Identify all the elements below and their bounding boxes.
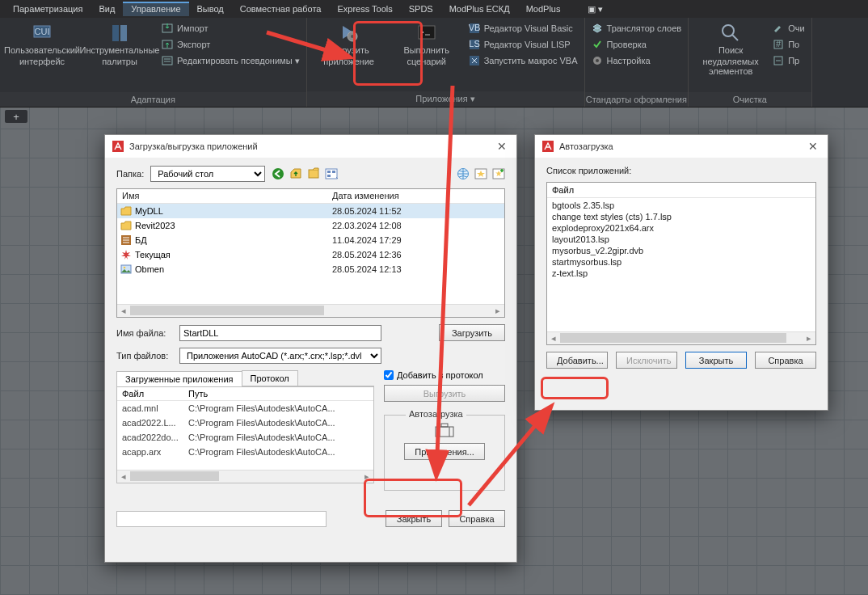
menu-параметризация[interactable]: Параметризация <box>5 2 91 16</box>
menu-совместная работа[interactable]: Совместная работа <box>232 2 330 16</box>
tab-log[interactable]: Протокол <box>242 370 298 386</box>
ribbon-загрузить-приложение[interactable]: Загрузитьприложение <box>314 21 385 66</box>
ribbon-по[interactable]: #По <box>773 39 804 50</box>
app-list-col[interactable]: Файл <box>547 183 815 198</box>
ribbon-поиск-неудаляемых элементов[interactable]: Поискнеудаляемых элементов <box>695 21 766 76</box>
autostart-dialog: Автозагрузка ✕ Список приложений: Файл b… <box>534 134 828 411</box>
ribbon: CUIПользовательскийинтерфейсИнструментал… <box>0 18 868 108</box>
loaded-row[interactable]: acad2022do...C:\Program Files\Autodesk\A… <box>117 430 373 445</box>
app-list-row[interactable]: startmysorbus.lsp <box>547 256 815 268</box>
svg-point-18 <box>723 25 734 36</box>
ribbon-настройка[interactable]: Настройка <box>592 55 682 66</box>
svg-rect-30 <box>327 171 331 173</box>
svg-point-27 <box>272 168 284 179</box>
ribbon-group-title: Адаптация <box>0 92 306 107</box>
app-switcher-icon[interactable]: ▣ ▾ <box>576 2 610 17</box>
svg-point-38 <box>124 267 126 269</box>
loaded-row[interactable]: acad.mnlC:\Program Files\Autodesk\AutoCA… <box>117 401 373 416</box>
menu-вывод[interactable]: Вывод <box>189 2 232 16</box>
filetype-select[interactable]: Приложения AutoCAD (*.arx;*.crx;*.lsp;*.… <box>179 348 381 364</box>
menu-modplus[interactable]: ModPlus <box>518 2 569 16</box>
dialog-title: Автозагрузка <box>559 141 800 151</box>
svg-text:#: # <box>776 39 782 49</box>
folder-label: Папка: <box>116 169 144 179</box>
favorites-icon[interactable] <box>474 167 487 180</box>
up-icon[interactable] <box>289 167 302 180</box>
ribbon-проверка[interactable]: Проверка <box>592 39 682 50</box>
ribbon-group-title: Стандарты оформления <box>585 92 689 107</box>
autoload-group: Автозагрузка Приложения... <box>384 415 505 491</box>
views-icon[interactable] <box>325 167 338 180</box>
app-list-row[interactable]: mysorbus_v2.2gipr.dvb <box>547 245 815 256</box>
file-row[interactable]: Revit202322.03.2024 12:08 <box>117 218 504 233</box>
loaded-col-file[interactable]: Файл <box>117 387 183 400</box>
help-button[interactable]: Справка <box>449 510 505 527</box>
ribbon-редактор-visual-basic[interactable]: VBРедактор Visual Basic <box>469 23 578 34</box>
ribbon-инструментальные-палитры[interactable]: Инструментальныепалитры <box>84 21 155 66</box>
loaded-row[interactable]: acapp.arxC:\Program Files\Autodesk\AutoC… <box>117 445 373 459</box>
app-list-row[interactable]: change text styles (cts) 1.7.lsp <box>547 211 815 222</box>
add-button[interactable]: Добавить... <box>546 352 608 369</box>
loaded-col-path[interactable]: Путь <box>183 387 373 400</box>
file-row[interactable]: Текущая28.05.2024 12:36 <box>117 247 504 262</box>
menu-управление[interactable]: Управление <box>123 2 188 16</box>
close-icon[interactable]: ✕ <box>494 140 510 153</box>
ribbon-экспорт[interactable]: Экспорт <box>162 39 300 50</box>
ribbon-пр[interactable]: Пр <box>773 55 804 66</box>
ribbon-импорт[interactable]: Импорт <box>162 23 300 34</box>
new-tab-button[interactable]: + <box>5 110 27 123</box>
menu-modplus ескд[interactable]: ModPlus ЕСКД <box>441 2 518 16</box>
ribbon-очи[interactable]: Очи <box>773 23 804 34</box>
svg-rect-28 <box>309 170 318 178</box>
web-icon[interactable] <box>457 167 470 180</box>
svg-rect-32 <box>327 175 331 177</box>
ribbon-пользовательский-интерфейс[interactable]: CUIПользовательскийинтерфейс <box>6 21 78 66</box>
menu-express tools[interactable]: Express Tools <box>329 2 400 16</box>
filename-input[interactable] <box>179 325 381 341</box>
svg-rect-3 <box>120 25 127 41</box>
dialog-title: Загрузка/выгрузка приложений <box>129 141 489 151</box>
app-list-row[interactable]: z-text.lsp <box>547 268 815 279</box>
menu-вид[interactable]: Вид <box>91 2 123 16</box>
ribbon-group-title: Приложения ▾ <box>307 91 584 107</box>
file-row[interactable]: Obmen28.05.2024 12:13 <box>117 262 504 276</box>
help-button[interactable]: Справка <box>755 352 816 369</box>
column-date[interactable]: Дата изменения <box>327 189 504 203</box>
ribbon-транслятор-слоев[interactable]: Транслятор слоев <box>592 23 682 34</box>
filename-label: Имя файла: <box>116 328 173 338</box>
dialog-titlebar: Загрузка/выгрузка приложений ✕ <box>105 135 516 158</box>
ribbon-редактор-visual-lisp[interactable]: LSРедактор Visual LISP <box>469 39 578 50</box>
load-button[interactable]: Загрузить <box>439 324 505 341</box>
app-list-row[interactable]: explodeproxy2021x64.arx <box>547 222 815 234</box>
close-button[interactable]: Закрыть <box>685 352 747 369</box>
autocad-icon <box>541 140 554 153</box>
explorer-icon[interactable] <box>307 167 320 180</box>
add-to-log-checkbox[interactable]: Добавить в протокол <box>384 370 505 380</box>
tab-loaded-apps[interactable]: Загруженные приложения <box>116 371 242 386</box>
add-fav-icon[interactable] <box>492 167 505 180</box>
app-list-row[interactable]: bgtools 2.35.lsp <box>547 200 815 211</box>
file-row[interactable]: MyDLL28.05.2024 11:52 <box>117 204 504 218</box>
menu-spds[interactable]: SPDS <box>401 2 441 16</box>
loaded-apps-table: Файл Путь acad.mnlC:\Program Files\Autod… <box>116 386 374 483</box>
ribbon-запустить-макрос-vba[interactable]: Запустить макрос VBA <box>469 55 578 66</box>
filetype-label: Тип файлов: <box>116 351 173 361</box>
app-list-row[interactable]: layout2013.lsp <box>547 234 815 245</box>
close-button[interactable]: Закрыть <box>386 510 442 527</box>
unload-button[interactable]: Выгрузить <box>384 385 505 402</box>
file-list: Имя Дата изменения MyDLL28.05.2024 11:52… <box>116 188 505 318</box>
svg-rect-39 <box>436 427 453 437</box>
autocad-icon <box>112 140 124 153</box>
back-icon[interactable] <box>272 167 284 180</box>
loaded-row[interactable]: acad2022.L...C:\Program Files\Autodesk\A… <box>117 416 373 430</box>
ribbon-выполнить-сценарий[interactable]: Выполнитьсценарий <box>391 21 462 66</box>
svg-rect-29 <box>326 169 337 179</box>
column-name[interactable]: Имя <box>117 189 327 203</box>
remove-button[interactable]: Исключить <box>616 352 677 369</box>
close-icon[interactable]: ✕ <box>805 140 821 153</box>
folder-select[interactable]: Рабочий стол <box>150 166 264 182</box>
ribbon-редактировать-псевдонимы-▾[interactable]: Редактировать псевдонимы ▾ <box>162 55 300 66</box>
app-list-label: Список приложений: <box>546 166 816 175</box>
file-row[interactable]: БД11.04.2024 17:29 <box>117 233 504 247</box>
autoload-apps-button[interactable]: Приложения... <box>404 443 485 460</box>
